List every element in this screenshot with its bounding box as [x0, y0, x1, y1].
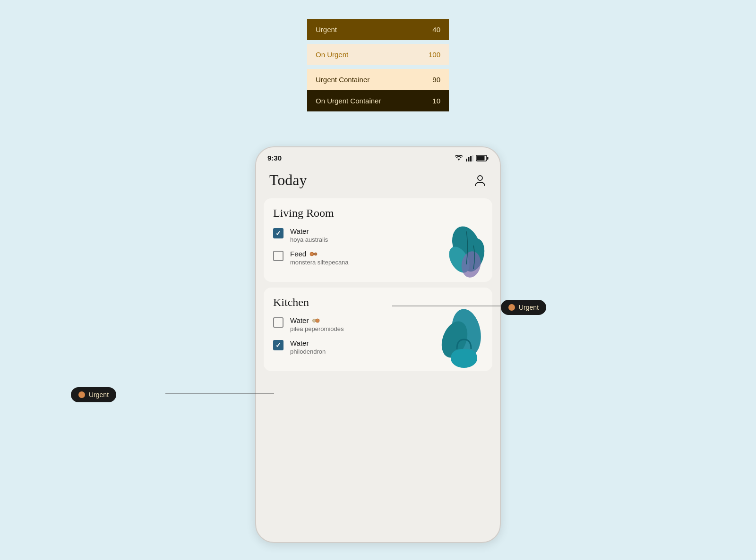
checkbox-water-hoya[interactable] — [273, 228, 284, 238]
living-room-section: Living Room Water — [264, 198, 492, 282]
urgent-label-right: Urgent — [519, 304, 539, 311]
person-icon[interactable] — [473, 174, 487, 187]
phone-mockup: 9:30 Today — [255, 146, 501, 543]
urgent-label: Urgent — [316, 25, 337, 34]
urgent-dot-right — [508, 304, 515, 311]
urgent-value: 40 — [432, 25, 440, 34]
living-room-title: Living Room — [273, 207, 483, 220]
signal-icon — [466, 155, 473, 161]
checkbox-water-philodendron[interactable] — [273, 340, 284, 350]
task-plant-feed-monstera: monstera siltepecana — [290, 259, 483, 266]
urgent-container-label: Urgent Container — [316, 76, 369, 84]
water-icon — [312, 318, 320, 323]
svg-rect-4 — [472, 155, 474, 161]
urgent-container-swatch: Urgent Container 90 — [307, 69, 449, 90]
on-urgent-label: On Urgent — [316, 51, 348, 59]
svg-point-20 — [316, 319, 319, 322]
urgent-tooltip-right: Urgent — [501, 300, 546, 315]
on-urgent-container-label: On Urgent Container — [316, 97, 381, 105]
task-feed-monstera: Feed monstera siltepecana — [273, 250, 483, 266]
app-content: Living Room Water — [256, 196, 500, 539]
plant-decoration-kitchen — [440, 306, 488, 370]
urgent-dot-left — [78, 391, 85, 398]
status-time: 9:30 — [267, 154, 282, 162]
status-bar: 9:30 — [256, 147, 500, 166]
svg-marker-0 — [457, 159, 460, 161]
feed-icon — [309, 251, 318, 257]
on-urgent-container-swatch: On Urgent Container 10 — [307, 90, 449, 111]
task-action-feed-monstera: Feed — [290, 250, 483, 258]
app-header: Today — [256, 166, 500, 196]
on-urgent-value: 100 — [429, 51, 440, 59]
swatches-section: Urgent 40 On Urgent 100 Urgent Container… — [307, 19, 449, 111]
on-urgent-container-value: 10 — [432, 97, 440, 105]
urgent-tooltip-left: Urgent — [71, 387, 116, 402]
checkbox-water-pilea[interactable] — [273, 317, 284, 328]
svg-point-8 — [478, 176, 482, 180]
urgent-swatch: Urgent 40 — [307, 19, 449, 40]
urgent-label-left: Urgent — [89, 391, 109, 399]
wifi-icon — [455, 155, 463, 161]
status-icons — [455, 155, 489, 161]
task-text-feed-monstera: Feed monstera siltepecana — [290, 250, 483, 266]
svg-rect-1 — [466, 159, 467, 161]
on-urgent-swatch: On Urgent 100 — [307, 44, 449, 65]
app-title: Today — [269, 171, 307, 189]
kitchen-section: Kitchen Water — [264, 288, 492, 371]
checkbox-feed-monstera[interactable] — [273, 251, 284, 261]
svg-rect-7 — [477, 156, 485, 160]
urgent-container-value: 90 — [432, 76, 440, 84]
svg-rect-2 — [468, 157, 470, 161]
svg-rect-3 — [470, 156, 472, 161]
svg-point-13 — [310, 252, 314, 256]
svg-rect-6 — [487, 157, 489, 160]
battery-icon — [476, 155, 489, 161]
svg-point-19 — [313, 319, 316, 322]
